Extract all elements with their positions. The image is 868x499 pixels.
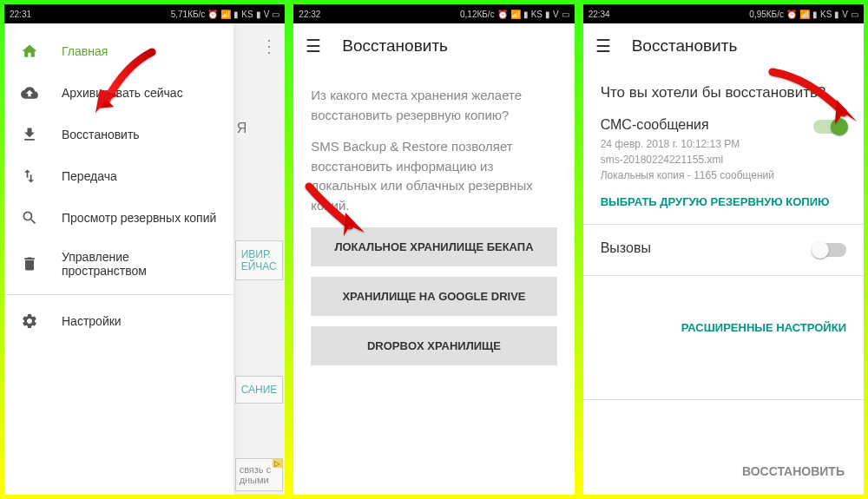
drawer-item-transfer[interactable]: Передача <box>4 155 233 197</box>
status-time: 22:34 <box>589 10 610 19</box>
question-text: Что вы хотели бы восстановить? <box>601 84 846 102</box>
drawer-backdrop: ⋮ Я ИВИР. ЕЙЧАС САНИЕ связь с дными ▷ <box>233 23 286 495</box>
backdrop-ad: связь с дными ▷ <box>235 458 284 491</box>
drawer-item-settings[interactable]: Настройки <box>4 300 233 342</box>
status-bar: 22:34 0,95КБ/с ⏰ 📶 ▮ KS ▮ V ▭ <box>583 4 864 23</box>
calls-toggle[interactable] <box>813 243 846 257</box>
signal-icon: ▮ <box>812 10 818 19</box>
drawer-label: Восстановить <box>62 128 140 141</box>
download-icon <box>20 125 39 144</box>
status-v: V <box>553 10 559 19</box>
status-carrier: KS <box>241 10 253 19</box>
wifi-icon: 📶 <box>799 10 810 19</box>
signal2-icon: ▮ <box>834 10 839 19</box>
drawer-item-manage[interactable]: Управление пространством <box>4 239 233 289</box>
more-icon[interactable]: ⋮ <box>260 36 278 56</box>
drawer-label: Управление пространством <box>62 250 218 278</box>
drawer-divider <box>4 294 233 295</box>
backdrop-text: Я <box>233 69 286 136</box>
drawer-item-home[interactable]: Главная <box>4 30 233 72</box>
status-carrier: KS <box>531 10 542 19</box>
status-time: 22:32 <box>299 10 320 19</box>
status-bar: 22:31 5,71КБ/с ⏰ 📶 ▮ KS ▮ V ▭ <box>4 4 285 23</box>
drawer-label: Просмотр резервных копий <box>62 211 216 225</box>
advanced-settings-link[interactable]: РАСШИРЕННЫЕ НАСТРОЙКИ <box>681 321 846 334</box>
battery-icon: ▭ <box>851 10 858 19</box>
cloud-upload-icon <box>20 83 39 102</box>
navigation-drawer[interactable]: Главная Архивировать сейчас Восстановить… <box>4 23 233 495</box>
battery-icon: ▭ <box>272 10 279 19</box>
search-icon <box>20 208 39 227</box>
backdrop-card2: САНИЕ <box>235 376 284 404</box>
drawer-item-restore[interactable]: Восстановить <box>4 114 233 155</box>
dropbox-button[interactable]: DROPBOX ХРАНИЛИЩЕ <box>311 326 556 365</box>
signal2-icon: ▮ <box>545 10 550 19</box>
divider <box>583 399 864 400</box>
content: Из какого места хранения желаете восстан… <box>293 69 574 495</box>
content: Что вы хотели бы восстановить? СМС-сообщ… <box>583 69 864 495</box>
sms-date: 24 февр. 2018 г. 10:12:13 PM <box>601 136 813 152</box>
signal-icon: ▮ <box>523 10 529 19</box>
battery-icon: ▭ <box>562 10 569 19</box>
transfer-icon <box>20 167 39 186</box>
google-drive-button[interactable]: ХРАНИЛИЩЕ НА GOOGLE DRIVE <box>311 277 556 316</box>
status-right: 5,71КБ/с ⏰ 📶 ▮ KS ▮ V ▭ <box>171 10 280 19</box>
status-bar: 22:32 0,12КБ/с ⏰ 📶 ▮ KS ▮ V ▭ <box>293 4 574 23</box>
ad-close-icon[interactable]: ▷ <box>273 459 282 468</box>
screen-restore-select: 22:34 0,95КБ/с ⏰ 📶 ▮ KS ▮ V ▭ ☰ Восстано… <box>579 0 868 499</box>
prompt-text-1: Из какого места хранения желаете восстан… <box>311 86 556 125</box>
app-bar: ☰ Восстановить <box>583 23 864 69</box>
calls-row[interactable]: Вызовы <box>601 240 846 259</box>
drawer-label: Передача <box>62 169 117 183</box>
sms-file: sms-20180224221155.xml <box>601 152 813 167</box>
alarm-icon: ⏰ <box>786 10 797 19</box>
sms-row[interactable]: СМС-сообщения 24 февр. 2018 г. 10:12:13 … <box>601 117 846 183</box>
screen-drawer: 22:31 5,71КБ/с ⏰ 📶 ▮ KS ▮ V ▭ Главная Ар… <box>0 0 289 499</box>
status-time: 22:31 <box>10 10 31 19</box>
status-v: V <box>264 10 270 19</box>
status-right: 0,95КБ/с ⏰ 📶 ▮ KS ▮ V ▭ <box>749 10 858 19</box>
trash-icon <box>20 254 39 273</box>
sms-toggle[interactable] <box>813 120 846 134</box>
home-icon <box>20 42 39 61</box>
backdrop-card: ИВИР. ЕЙЧАС <box>235 240 284 280</box>
app-bar: ☰ Восстановить <box>293 23 574 69</box>
status-v: V <box>842 10 848 19</box>
hamburger-icon[interactable]: ☰ <box>306 36 321 56</box>
restore-button[interactable]: ВОССТАНОВИТЬ <box>742 464 845 478</box>
alarm-icon: ⏰ <box>497 10 508 19</box>
sms-title: СМС-сообщения <box>601 117 813 133</box>
status-carrier: KS <box>820 10 832 19</box>
page-title: Восстановить <box>632 36 738 56</box>
screen-restore-source: 22:32 0,12КБ/с ⏰ 📶 ▮ KS ▮ V ▭ ☰ Восстано… <box>289 0 578 499</box>
drawer-label: Главная <box>62 44 108 58</box>
wifi-icon: 📶 <box>220 10 231 19</box>
wifi-icon: 📶 <box>510 10 521 19</box>
status-speed: 0,12КБ/с <box>460 10 495 19</box>
status-speed: 5,71КБ/с <box>171 10 206 19</box>
drawer-label: Настройки <box>62 314 122 328</box>
local-storage-button[interactable]: ЛОКАЛЬНОЕ ХРАНИЛИЩЕ БЕКАПА <box>311 227 556 266</box>
sms-info: Локальныя копия - 1165 сообщений <box>601 167 813 183</box>
choose-other-backup-link[interactable]: ВЫБРАТЬ ДРУГУЮ РЕЗЕРВНУЮ КОПИЮ <box>601 195 846 208</box>
signal-icon: ▮ <box>233 10 239 19</box>
calls-title: Вызовы <box>601 240 813 256</box>
status-right: 0,12КБ/с ⏰ 📶 ▮ KS ▮ V ▭ <box>460 10 569 19</box>
hamburger-icon[interactable]: ☰ <box>595 36 611 56</box>
drawer-label: Архивировать сейчас <box>62 86 183 100</box>
page-title: Восстановить <box>342 36 448 56</box>
drawer-item-view[interactable]: Просмотр резервных копий <box>4 197 233 239</box>
signal2-icon: ▮ <box>256 10 261 19</box>
drawer-item-archive[interactable]: Архивировать сейчас <box>4 72 233 114</box>
gear-icon <box>20 312 39 331</box>
status-speed: 0,95КБ/с <box>749 10 784 19</box>
alarm-icon: ⏰ <box>207 10 218 19</box>
prompt-text-2: SMS Backup & Restore позволяет восстанов… <box>311 137 556 215</box>
